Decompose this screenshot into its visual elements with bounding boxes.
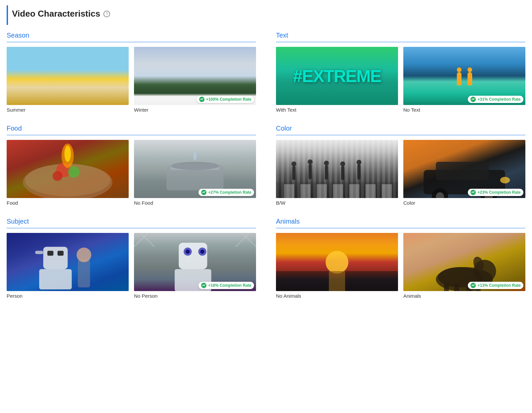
card-label-person: Person xyxy=(7,293,129,299)
badge-text-winter: +100% Completion Rate xyxy=(206,97,251,102)
svg-rect-38 xyxy=(58,251,64,256)
svg-point-46 xyxy=(186,250,190,254)
card-food: Food xyxy=(7,140,129,206)
card-image-wrap-no-food: +27% Completion Rate xyxy=(134,140,256,198)
card-label-color: Color xyxy=(403,200,525,206)
section-title-color: Color xyxy=(276,125,525,135)
card-label-food: Food xyxy=(7,200,129,206)
svg-rect-13 xyxy=(300,184,311,198)
card-image-wrap-color: +23% Completion Rate xyxy=(403,140,525,198)
card-label-no-person: No Person xyxy=(134,293,256,299)
svg-line-52 xyxy=(236,233,256,247)
badge-winter: +100% Completion Rate xyxy=(197,96,254,103)
cards-row-season: Summer +100% Completion Rate Winter xyxy=(7,47,256,113)
card-with-text: #EXTREME With Text xyxy=(276,47,398,113)
section-title-text: Text xyxy=(276,32,525,42)
card-bw: B/W xyxy=(276,140,398,206)
badge-text-no-food: +27% Completion Rate xyxy=(208,190,251,195)
svg-rect-55 xyxy=(329,271,345,291)
svg-rect-40 xyxy=(39,269,72,289)
card-image-wrap-person xyxy=(7,233,129,291)
card-label-summer: Summer xyxy=(7,107,129,113)
card-label-no-animals: No Animals xyxy=(276,293,398,299)
badge-animals: +13% Completion Rate xyxy=(468,282,523,289)
svg-rect-14 xyxy=(317,184,327,198)
card-image-wrap-animals: +13% Completion Rate xyxy=(403,233,525,291)
section-title-season: Season xyxy=(7,32,256,42)
svg-point-22 xyxy=(308,159,313,164)
card-image-wrap-no-text: +31% Completion Rate xyxy=(403,47,525,105)
card-no-text: +31% Completion Rate No Text xyxy=(403,47,525,113)
card-animals: +13% Completion Rate Animals xyxy=(403,233,525,299)
card-image-no-animals xyxy=(276,233,398,291)
card-no-food: +27% Completion Rate No Food xyxy=(134,140,256,206)
svg-rect-16 xyxy=(349,184,359,198)
cards-row-text: #EXTREME With Text +31% Completion Ra xyxy=(276,47,525,113)
svg-point-20 xyxy=(291,161,296,166)
card-image-wrap-food xyxy=(7,140,129,198)
card-label-no-food: No Food xyxy=(134,200,256,206)
svg-rect-19 xyxy=(292,166,296,180)
section-color: Color xyxy=(276,125,525,206)
svg-rect-25 xyxy=(341,166,344,180)
badge-icon-color xyxy=(470,190,476,195)
text-overlay: #EXTREME xyxy=(293,66,381,86)
badge-text-no-person: +18% Completion Rate xyxy=(208,283,251,288)
section-title-animals: Animals xyxy=(276,218,525,228)
section-animals: Animals No Animals xyxy=(276,218,525,299)
cards-row-subject: Person xyxy=(7,233,256,299)
cards-row-animals: No Animals xyxy=(276,233,525,299)
section-season: Season Summer +100% Completion Rate xyxy=(7,32,256,113)
badge-no-food: +27% Completion Rate xyxy=(199,189,254,196)
svg-point-6 xyxy=(65,146,71,162)
svg-point-10 xyxy=(194,151,197,160)
svg-rect-18 xyxy=(382,184,392,198)
badge-icon-winter xyxy=(199,97,204,102)
card-label-bw: B/W xyxy=(276,200,398,206)
svg-line-51 xyxy=(236,233,256,247)
badge-icon-no-text xyxy=(470,97,476,102)
person-shape-1 xyxy=(457,72,462,85)
badge-text-no-text: +31% Completion Rate xyxy=(477,97,521,102)
svg-rect-15 xyxy=(333,184,343,198)
badge-icon-no-food xyxy=(201,190,206,195)
cards-row-color: B/W xyxy=(276,140,525,206)
section-title-subject: Subject xyxy=(7,218,256,228)
main-grid: Season Summer +100% Completion Rate xyxy=(7,32,525,311)
svg-rect-41 xyxy=(78,259,90,287)
cards-row-food: Food xyxy=(7,140,256,206)
card-image-wrap-summer xyxy=(7,47,129,105)
svg-rect-37 xyxy=(47,251,53,256)
person-shape-2 xyxy=(467,72,472,85)
card-image-summer xyxy=(7,47,129,105)
card-image-wrap-bw xyxy=(276,140,398,198)
help-icon[interactable]: ? xyxy=(103,11,110,17)
svg-point-53 xyxy=(326,251,348,274)
badge-color: +23% Completion Rate xyxy=(468,189,523,196)
card-no-animals: No Animals xyxy=(276,233,398,299)
svg-point-26 xyxy=(340,161,345,166)
svg-rect-30 xyxy=(436,162,489,180)
page-header: Video Characteristics ? xyxy=(7,5,525,25)
card-person: Person xyxy=(7,233,129,299)
svg-point-42 xyxy=(76,248,91,262)
card-image-wrap-winter: +100% Completion Rate xyxy=(134,47,256,105)
svg-point-28 xyxy=(356,160,361,165)
card-image-food xyxy=(7,140,129,198)
svg-rect-12 xyxy=(284,184,294,198)
card-label-animals: Animals xyxy=(403,293,525,299)
page-title: Video Characteristics xyxy=(12,9,100,19)
svg-point-4 xyxy=(53,171,62,181)
card-label-with-text: With Text xyxy=(276,107,398,113)
card-image-wrap-with-text: #EXTREME xyxy=(276,47,398,105)
svg-point-35 xyxy=(500,177,510,183)
badge-no-text: +31% Completion Rate xyxy=(468,96,523,103)
svg-line-50 xyxy=(134,233,154,247)
badge-icon-animals xyxy=(470,283,476,288)
card-label-winter: Winter xyxy=(134,107,256,113)
svg-rect-23 xyxy=(325,165,328,180)
svg-point-9 xyxy=(171,162,219,170)
card-summer: Summer xyxy=(7,47,129,113)
badge-text-animals: +13% Completion Rate xyxy=(477,283,521,288)
svg-point-24 xyxy=(324,160,329,165)
